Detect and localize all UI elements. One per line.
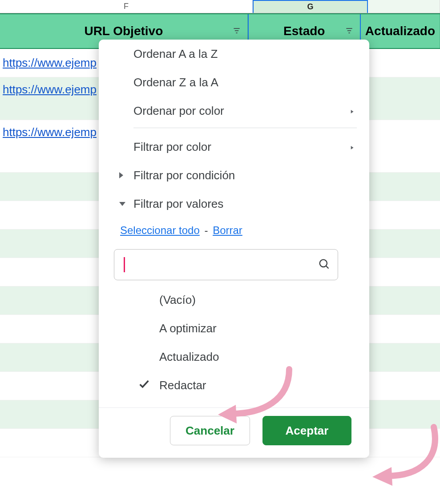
search-icon [318, 258, 330, 272]
value-label: Actualizado [159, 350, 219, 364]
header-actualizado-label: Actualizado [365, 24, 435, 38]
expand-collapsed-icon [119, 172, 123, 178]
column-letter-h[interactable] [368, 0, 440, 13]
filter-value-list: (Vacío) A optimizar Actualizado Redactar [99, 283, 369, 399]
ok-label: Aceptar [286, 424, 329, 438]
column-letter-bar: F G [0, 0, 440, 13]
clear-link[interactable]: Borrar [213, 224, 242, 236]
filter-icon[interactable] [232, 24, 241, 38]
filter-value-item[interactable]: (Vacío) [99, 286, 369, 314]
filter-value-item[interactable]: Actualizado [99, 343, 369, 371]
menu-filter-condition[interactable]: Filtrar por condición [99, 161, 369, 190]
menu-label: Ordenar A a la Z [133, 47, 218, 61]
cancel-button[interactable]: Cancelar [170, 416, 250, 445]
submenu-arrow-icon [349, 140, 355, 154]
filter-search-input[interactable] [114, 249, 338, 280]
cancel-label: Cancelar [186, 424, 234, 438]
menu-filter-color[interactable]: Filtrar por color [99, 133, 369, 161]
ok-button[interactable]: Aceptar [262, 416, 351, 445]
column-letter-g[interactable]: G [253, 0, 368, 13]
menu-filter-values[interactable]: Filtrar por valores [99, 190, 369, 218]
column-letter-f[interactable]: F [0, 0, 253, 13]
menu-label: Ordenar Z a la A [133, 76, 218, 89]
header-url-label: URL Objetivo [84, 24, 163, 38]
header-estado-label: Estado [283, 24, 325, 38]
expand-expanded-icon [119, 202, 125, 206]
value-label: Redactar [159, 379, 206, 392]
submenu-arrow-icon [349, 104, 355, 118]
svg-line-7 [326, 266, 329, 269]
value-label: (Vacío) [159, 293, 196, 307]
select-all-link[interactable]: Seleccionar todo [120, 224, 200, 236]
value-label: A optimizar [159, 322, 217, 335]
button-row: Cancelar Aceptar [99, 407, 369, 445]
filter-icon[interactable] [345, 24, 354, 38]
menu-label: Filtrar por color [133, 140, 211, 154]
filter-search-wrap [114, 249, 338, 280]
menu-label: Ordenar por color [133, 104, 224, 118]
menu-sort-za[interactable]: Ordenar Z a la A [99, 68, 369, 97]
url-link[interactable]: https://www.ejemp [0, 56, 97, 70]
text-caret [124, 257, 125, 272]
filter-value-item[interactable]: Redactar [99, 371, 369, 399]
header-actualizado[interactable]: Actualizado [361, 14, 440, 48]
menu-label: Filtrar por valores [133, 197, 223, 211]
check-icon [138, 378, 150, 393]
svg-point-6 [320, 260, 327, 267]
url-link[interactable]: https://www.ejemp [0, 83, 97, 97]
select-clear-row: Seleccionar todo - Borrar [99, 218, 369, 243]
menu-sort-az[interactable]: Ordenar A a la Z [99, 40, 369, 68]
filter-menu: Ordenar A a la Z Ordenar Z a la A Ordena… [99, 40, 369, 458]
menu-sort-color[interactable]: Ordenar por color [99, 97, 369, 125]
filter-value-item[interactable]: A optimizar [99, 314, 369, 343]
menu-label: Filtrar por condición [133, 169, 235, 182]
menu-separator [133, 128, 357, 128]
dash: - [202, 224, 210, 236]
url-link[interactable]: https://www.ejemp [0, 125, 97, 139]
